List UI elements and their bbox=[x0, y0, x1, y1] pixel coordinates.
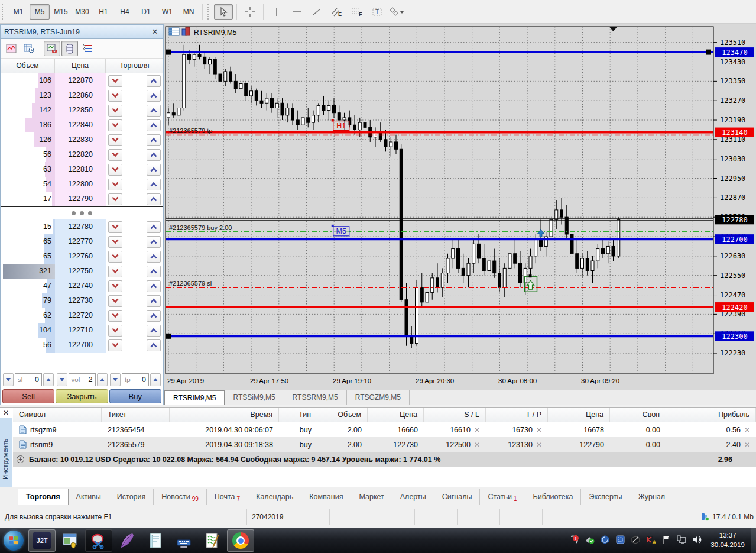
toolbox-tab-компания[interactable]: Компания bbox=[301, 489, 351, 505]
tray-icon-volume[interactable] bbox=[692, 535, 702, 546]
timeframe-button-d1[interactable]: D1 bbox=[136, 4, 156, 20]
buy-at-price-button[interactable] bbox=[147, 164, 161, 176]
sell-at-price-button[interactable] bbox=[108, 251, 122, 263]
buy-at-price-button[interactable] bbox=[147, 193, 161, 205]
chart-magnet-icon[interactable] bbox=[44, 41, 60, 56]
remove-sl-icon[interactable]: ✕ bbox=[474, 426, 480, 434]
buy-at-price-button[interactable] bbox=[147, 295, 161, 307]
buy-at-price-button[interactable] bbox=[147, 310, 161, 322]
chart-tab-rtssim9m5[interactable]: RTSSiM9,M5 bbox=[225, 390, 284, 405]
toolbox-tab-журнал[interactable]: Журнал bbox=[630, 489, 673, 505]
levels-icon[interactable] bbox=[79, 41, 96, 56]
candlestick-chart[interactable]: 1235101234301233501232701231901231101230… bbox=[164, 24, 756, 390]
sell-at-price-button[interactable] bbox=[108, 90, 122, 102]
equidistant-channel-tool[interactable]: E bbox=[327, 4, 346, 20]
sell-at-price-button[interactable] bbox=[108, 164, 122, 176]
toolbox-tab-алерты[interactable]: Алерты bbox=[392, 489, 434, 505]
sell-at-price-button[interactable] bbox=[108, 325, 122, 337]
time-sales-icon[interactable] bbox=[21, 41, 37, 56]
taskbar-clock[interactable]: 13:37 30.04.2019 bbox=[708, 531, 751, 549]
tray-icon-archive-app[interactable] bbox=[615, 535, 625, 546]
sell-at-price-button[interactable] bbox=[108, 105, 122, 117]
tp-increase-button[interactable] bbox=[150, 373, 161, 386]
buy-at-price-button[interactable] bbox=[147, 105, 161, 117]
taskbar-app-snipping-tool[interactable] bbox=[85, 529, 112, 552]
vol-decrease-button[interactable] bbox=[57, 373, 67, 386]
buy-button[interactable]: Buy bbox=[109, 389, 161, 403]
timeframe-button-m15[interactable]: M15 bbox=[51, 4, 71, 20]
sell-at-price-button[interactable] bbox=[108, 295, 122, 307]
price-cell[interactable]: 122830 bbox=[55, 132, 106, 147]
toolbox-tab-новости[interactable]: Новости99 bbox=[154, 489, 207, 505]
remove-sl-icon[interactable]: ✕ bbox=[474, 441, 480, 449]
price-cell[interactable]: 122720 bbox=[55, 308, 106, 323]
price-cell[interactable]: 122860 bbox=[55, 88, 106, 103]
dom-close-icon[interactable]: ✕ bbox=[150, 27, 160, 36]
show-desktop-button[interactable] bbox=[751, 528, 756, 553]
taskbar-app-chrome[interactable] bbox=[227, 529, 254, 552]
price-cell[interactable]: 122710 bbox=[55, 323, 106, 338]
sell-at-price-button[interactable] bbox=[108, 193, 122, 205]
tp-decrease-button[interactable] bbox=[110, 373, 121, 386]
price-cell[interactable]: 122840 bbox=[55, 118, 106, 132]
price-cell[interactable]: 122730 bbox=[55, 293, 106, 308]
line-handle[interactable] bbox=[166, 334, 171, 339]
plot-area[interactable] bbox=[166, 27, 713, 374]
toolbox-tab-сигналы[interactable]: Сигналы bbox=[434, 489, 481, 505]
price-cell[interactable]: 122790 bbox=[55, 192, 106, 206]
toolbox-tab-календарь[interactable]: Календарь bbox=[248, 489, 301, 505]
remove-tp-icon[interactable]: ✕ bbox=[536, 441, 542, 449]
buy-at-price-button[interactable] bbox=[147, 280, 161, 292]
vol-increase-button[interactable] bbox=[97, 373, 108, 386]
tick-chart-icon[interactable] bbox=[3, 41, 20, 56]
expand-icon[interactable]: + bbox=[17, 455, 24, 463]
price-cell[interactable]: 122780 bbox=[55, 219, 106, 234]
sl-value-box[interactable]: sl0 bbox=[15, 373, 42, 386]
taskbar-app-text-editor[interactable] bbox=[199, 529, 226, 552]
tray-icon-network[interactable] bbox=[677, 535, 687, 546]
toolbar-grip-2[interactable] bbox=[207, 4, 212, 20]
price-cell[interactable]: 122800 bbox=[55, 177, 106, 192]
price-cell[interactable]: 122810 bbox=[55, 162, 106, 177]
toolbox-tab-активы[interactable]: Активы bbox=[69, 489, 109, 505]
line-handle[interactable] bbox=[706, 50, 711, 55]
price-cell[interactable]: 122850 bbox=[55, 103, 106, 118]
vertical-line-tool[interactable] bbox=[267, 4, 286, 20]
sell-at-price-button[interactable] bbox=[108, 75, 122, 87]
toolbox-tab-история[interactable]: История bbox=[109, 489, 154, 505]
chart-tab-rtsrim9m5[interactable]: RTSRIM9,M5 bbox=[164, 390, 225, 405]
chart-tab-rtssrm9m5[interactable]: RTSSRM9,M5 bbox=[284, 390, 347, 405]
price-cell[interactable]: 122750 bbox=[55, 264, 106, 279]
close-trade-icon[interactable]: ✕ bbox=[744, 426, 750, 434]
sell-button[interactable]: Sell bbox=[2, 389, 54, 403]
timeframe-button-m30[interactable]: M30 bbox=[72, 4, 92, 20]
depth-of-market-icon[interactable] bbox=[61, 41, 78, 56]
toolbox-tab-статьи[interactable]: Статьи1 bbox=[480, 489, 525, 505]
sell-at-price-button[interactable] bbox=[108, 179, 122, 190]
tray-icon-dish[interactable] bbox=[631, 535, 641, 546]
price-cell[interactable]: 122740 bbox=[55, 279, 106, 293]
fibonacci-retracement-tool[interactable]: F bbox=[348, 4, 366, 20]
text-tool[interactable]: T bbox=[368, 4, 387, 20]
tray-icon-usb-ok[interactable] bbox=[585, 535, 595, 546]
sell-at-price-button[interactable] bbox=[108, 149, 122, 161]
buy-at-price-button[interactable] bbox=[147, 134, 161, 146]
timeframe-button-mn[interactable]: MN bbox=[179, 4, 199, 20]
buy-at-price-button[interactable] bbox=[147, 149, 161, 161]
trendline-tool[interactable] bbox=[307, 4, 326, 20]
toolbox-tab-торговля[interactable]: Торговля bbox=[18, 489, 69, 505]
chart-area[interactable]: 1235101234301233501232701231901231101230… bbox=[164, 24, 756, 390]
tray-icon-flag[interactable] bbox=[661, 535, 671, 546]
buy-at-price-button[interactable] bbox=[147, 119, 161, 131]
buy-at-price-button[interactable] bbox=[147, 75, 161, 87]
toolbox-tab-библиотека[interactable]: Библиотека bbox=[525, 489, 582, 505]
chart-tab-rtsgzm9m5[interactable]: RTSGZM9,M5 bbox=[347, 390, 410, 405]
toolbox-tab-почта[interactable]: Почта7 bbox=[207, 489, 248, 505]
horizontal-line-tool[interactable] bbox=[287, 4, 306, 20]
tray-icon-hex-app[interactable] bbox=[600, 535, 610, 546]
sell-at-price-button[interactable] bbox=[108, 221, 122, 233]
tp-value-box[interactable]: tp0 bbox=[122, 373, 149, 386]
close-position-button[interactable]: Закрыть bbox=[56, 389, 108, 403]
sl-increase-button[interactable] bbox=[43, 373, 54, 386]
tray-icon-antivirus[interactable]: ! bbox=[646, 535, 656, 546]
